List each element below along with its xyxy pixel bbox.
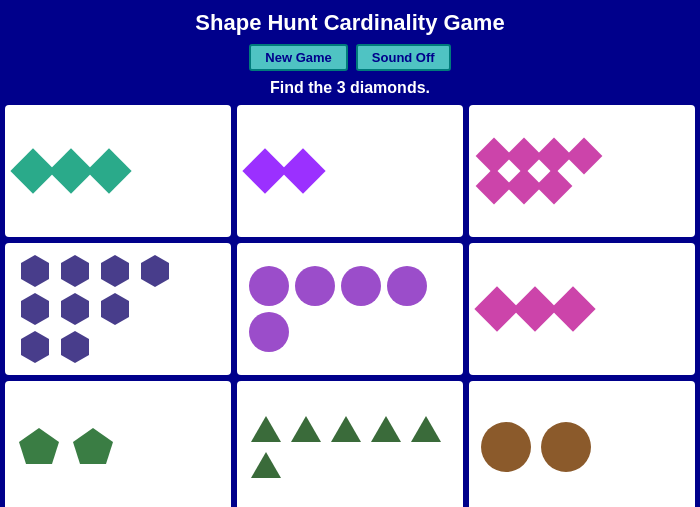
diamond-shape [280, 148, 325, 193]
circle-shape [541, 422, 591, 472]
circle-shape [481, 422, 531, 472]
diamond-shape [550, 286, 595, 331]
pentagon-shape [17, 426, 61, 468]
hexagon-shape [57, 291, 93, 327]
svg-marker-5 [61, 293, 89, 325]
svg-marker-9 [19, 428, 59, 464]
svg-marker-0 [21, 255, 49, 287]
svg-marker-14 [371, 416, 401, 442]
instruction-text: Find the 3 diamonds. [270, 79, 430, 97]
diamond-shape [536, 168, 573, 205]
svg-marker-12 [291, 416, 321, 442]
card-grid [5, 105, 695, 507]
circle-shape [341, 266, 381, 306]
shapes-card-6 [481, 293, 589, 325]
card-3[interactable] [469, 105, 695, 237]
svg-marker-15 [411, 416, 441, 442]
card-9[interactable] [469, 381, 695, 507]
card-4[interactable] [5, 243, 231, 375]
triangle-shape [249, 414, 283, 444]
triangle-shape [249, 450, 283, 480]
sound-off-button[interactable]: Sound Off [356, 44, 451, 71]
new-game-button[interactable]: New Game [249, 44, 347, 71]
card-2[interactable] [237, 105, 463, 237]
triangle-shape [329, 414, 363, 444]
svg-marker-2 [101, 255, 129, 287]
hexagon-shape [97, 253, 133, 289]
svg-marker-11 [251, 416, 281, 442]
card-6[interactable] [469, 243, 695, 375]
svg-marker-4 [21, 293, 49, 325]
triangle-shape [369, 414, 403, 444]
triangle-shape [409, 414, 443, 444]
svg-marker-6 [101, 293, 129, 325]
svg-marker-8 [61, 331, 89, 363]
diamond-shape [86, 148, 131, 193]
pentagon-shape [71, 426, 115, 468]
shapes-card-1 [17, 155, 125, 187]
diamond-shape [566, 138, 603, 175]
card-5[interactable] [237, 243, 463, 375]
svg-marker-7 [21, 331, 49, 363]
shapes-card-9 [481, 422, 591, 472]
circle-shape [387, 266, 427, 306]
hexagon-shape [17, 329, 53, 365]
shapes-card-2 [249, 155, 319, 187]
hexagon-shape [17, 253, 53, 289]
circle-shape [249, 312, 289, 352]
hexagon-shape [57, 253, 93, 289]
hexagon-shape [57, 329, 93, 365]
card-7[interactable] [5, 381, 231, 507]
svg-marker-1 [61, 255, 89, 287]
hexagon-shape [137, 253, 173, 289]
svg-marker-3 [141, 255, 169, 287]
card-1[interactable] [5, 105, 231, 237]
triangle-shape [289, 414, 323, 444]
hexagon-shape [97, 291, 133, 327]
page-title: Shape Hunt Cardinality Game [195, 10, 504, 36]
svg-marker-13 [331, 416, 361, 442]
circle-shape [295, 266, 335, 306]
svg-marker-16 [251, 452, 281, 478]
card-8[interactable] [237, 381, 463, 507]
hexagon-shape [17, 291, 53, 327]
toolbar: New Game Sound Off [249, 44, 450, 71]
circle-shape [249, 266, 289, 306]
svg-marker-10 [73, 428, 113, 464]
